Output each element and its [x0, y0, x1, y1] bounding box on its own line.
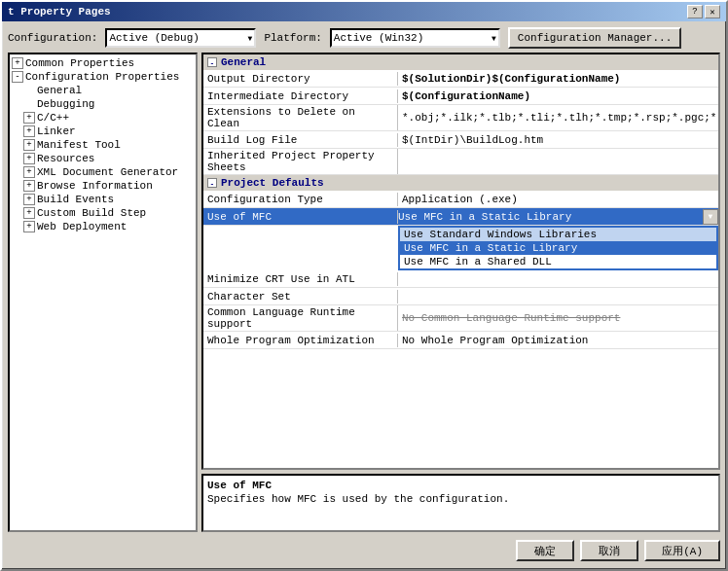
- sidebar-item-label-build: Build Events: [37, 194, 114, 205]
- sidebar-item-label-xml: XML Document Generator: [37, 166, 178, 178]
- sidebar-item-debugging[interactable]: Debugging: [23, 97, 194, 111]
- sidebar-item-label-cc: C/C++: [37, 112, 69, 124]
- cancel-button[interactable]: 取消: [580, 540, 638, 561]
- mfc-dropdown-list[interactable]: Use Standard Windows Libraries Use MFC i…: [398, 226, 718, 270]
- prop-name-use-mfc: Use of MFC: [203, 210, 398, 224]
- prop-row-clr[interactable]: Common Language Runtime support No Commo…: [203, 305, 718, 332]
- prop-name-build-log: Build Log File: [203, 133, 398, 147]
- platform-label: Platform:: [264, 32, 321, 44]
- sidebar-item-general[interactable]: General: [23, 84, 194, 97]
- mfc-dropdown-arrow-icon[interactable]: ▼: [703, 209, 718, 225]
- prop-row-config-type[interactable]: Configuration Type Application (.exe): [203, 191, 718, 208]
- main-area: + Common Properties - Configuration Prop…: [8, 53, 720, 532]
- sidebar-item-label-common: Common Properties: [25, 57, 134, 69]
- toolbar-row: Configuration: Active (Debug) ▼ Platform…: [8, 27, 720, 49]
- sidebar-item-xml-doc[interactable]: + XML Document Generator: [23, 165, 194, 179]
- prop-name-minimize-crt: Minimize CRT Use in ATL: [203, 272, 398, 286]
- config-dropdown-value: Active (Debug): [109, 32, 252, 44]
- project-defaults-toggle[interactable]: -: [207, 178, 217, 188]
- project-defaults-section-header: - Project Defaults: [203, 175, 718, 191]
- prop-value-use-mfc: Use MFC in a Static Library: [398, 211, 571, 223]
- config-dropdown[interactable]: Active (Debug) ▼: [105, 28, 256, 48]
- apply-label: 应用(A): [662, 544, 703, 558]
- prop-row-use-mfc[interactable]: Use of MFC Use MFC in a Static Library ▼: [203, 208, 718, 226]
- prop-value-wpo: No Whole Program Optimization: [398, 334, 718, 347]
- prop-name-extensions: Extensions to Delete on Clean: [203, 105, 398, 130]
- prop-row-inherited[interactable]: Inherited Project Property Sheets: [203, 149, 718, 175]
- apply-button[interactable]: 应用(A): [644, 540, 720, 561]
- expand-icon-resources: +: [23, 153, 35, 164]
- config-manager-label: Configuration Manager...: [518, 32, 672, 44]
- prop-value-use-mfc-container: Use MFC in a Static Library ▼: [398, 209, 718, 225]
- project-defaults-title: Project Defaults: [221, 177, 324, 189]
- sidebar-item-label-browse: Browse Information: [37, 180, 153, 192]
- sidebar-item-web-deploy[interactable]: + Web Deployment: [23, 220, 194, 233]
- property-pages-window: t Property Pages ? ✕ Configuration: Acti…: [0, 0, 728, 571]
- sidebar-item-label-general: General: [37, 85, 82, 96]
- sidebar-item-linker[interactable]: + Linker: [23, 125, 194, 138]
- sidebar-item-label-manifest: Manifest Tool: [37, 139, 121, 151]
- config-dropdown-arrow-icon: ▼: [248, 34, 253, 43]
- bottom-buttons: 确定 取消 应用(A): [8, 536, 720, 563]
- sidebar-item-cc[interactable]: + C/C++: [23, 111, 194, 125]
- expand-icon-xml: +: [23, 166, 35, 178]
- prop-value-extensions: *.obj;*.ilk;*.tlb;*.tli;*.tlh;*.tmp;*.rs…: [398, 111, 720, 125]
- ok-label: 确定: [534, 544, 556, 558]
- platform-dropdown-arrow-icon: ▼: [491, 34, 496, 43]
- sidebar-item-browse-info[interactable]: + Browse Information: [23, 179, 194, 193]
- cancel-label: 取消: [599, 544, 620, 558]
- expand-icon-linker: +: [23, 125, 35, 137]
- sidebar-item-label-web: Web Deployment: [37, 221, 127, 232]
- prop-row-output-dir[interactable]: Output Directory $(SolutionDir)$(Configu…: [203, 70, 718, 88]
- description-title: Use of MFC: [207, 480, 714, 491]
- prop-value-config-type: Application (.exe): [398, 193, 718, 206]
- prop-name-clr: Common Language Runtime support: [203, 305, 398, 331]
- expand-icon-custom: +: [23, 207, 35, 219]
- prop-value-output-dir: $(SolutionDir)$(ConfigurationName): [398, 72, 718, 86]
- sidebar-item-build-events[interactable]: + Build Events: [23, 193, 194, 206]
- ok-button[interactable]: 确定: [516, 540, 574, 561]
- properties-area[interactable]: - General Output Directory $(SolutionDir…: [201, 53, 720, 470]
- config-label: Configuration:: [8, 32, 97, 44]
- prop-name-char-set: Character Set: [203, 290, 398, 303]
- prop-row-extensions[interactable]: Extensions to Delete on Clean *.obj;*.il…: [203, 105, 718, 131]
- expand-icon-config: -: [12, 71, 23, 83]
- expand-icon-web: +: [23, 221, 35, 232]
- prop-row-build-log[interactable]: Build Log File $(IntDir)\BuildLog.htm: [203, 131, 718, 149]
- sidebar-item-label-config: Configuration Properties: [25, 71, 179, 83]
- prop-row-intermediate-dir[interactable]: Intermediate Directory $(ConfigurationNa…: [203, 88, 718, 105]
- expand-icon-cc: +: [23, 112, 35, 124]
- prop-name-intermediate-dir: Intermediate Directory: [203, 89, 398, 103]
- window-title: t Property Pages: [8, 6, 111, 18]
- expand-icon-manifest: +: [23, 139, 35, 151]
- mfc-option-standard[interactable]: Use Standard Windows Libraries: [400, 228, 716, 241]
- help-button[interactable]: ?: [687, 5, 703, 18]
- prop-row-wpo[interactable]: Whole Program Optimization No Whole Prog…: [203, 332, 718, 349]
- platform-dropdown[interactable]: Active (Win32) ▼: [330, 28, 500, 48]
- sidebar-item-resources[interactable]: + Resources: [23, 152, 194, 165]
- sidebar-item-common-props[interactable]: + Common Properties: [12, 56, 194, 70]
- window-content: Configuration: Active (Debug) ▼ Platform…: [2, 21, 726, 569]
- sidebar[interactable]: + Common Properties - Configuration Prop…: [8, 53, 198, 532]
- config-manager-button[interactable]: Configuration Manager...: [508, 27, 681, 49]
- expand-icon-browse: +: [23, 180, 35, 192]
- sidebar-item-config-props[interactable]: - Configuration Properties: [12, 70, 194, 84]
- mfc-option-static[interactable]: Use MFC in a Static Library: [400, 241, 716, 255]
- prop-value-char-set: [398, 296, 718, 298]
- title-bar: t Property Pages ? ✕: [2, 2, 726, 21]
- sidebar-item-manifest[interactable]: + Manifest Tool: [23, 138, 194, 152]
- expand-icon-build: +: [23, 194, 35, 205]
- general-section-toggle[interactable]: -: [207, 57, 217, 67]
- sidebar-item-label-linker: Linker: [37, 125, 76, 137]
- prop-row-minimize-crt[interactable]: Minimize CRT Use in ATL: [203, 270, 718, 288]
- mfc-option-shared[interactable]: Use MFC in a Shared DLL: [400, 255, 716, 268]
- right-panel: - General Output Directory $(SolutionDir…: [201, 53, 720, 532]
- close-button[interactable]: ✕: [705, 5, 720, 18]
- description-area: Use of MFC Specifies how MFC is used by …: [201, 474, 720, 532]
- prop-row-char-set[interactable]: Character Set: [203, 288, 718, 305]
- sidebar-item-custom-build[interactable]: + Custom Build Step: [23, 206, 194, 220]
- general-section-title: General: [221, 56, 266, 68]
- description-text: Specifies how MFC is used by the configu…: [207, 493, 714, 505]
- prop-value-intermediate-dir: $(ConfigurationName): [398, 89, 718, 103]
- prop-name-inherited: Inherited Project Property Sheets: [203, 149, 398, 174]
